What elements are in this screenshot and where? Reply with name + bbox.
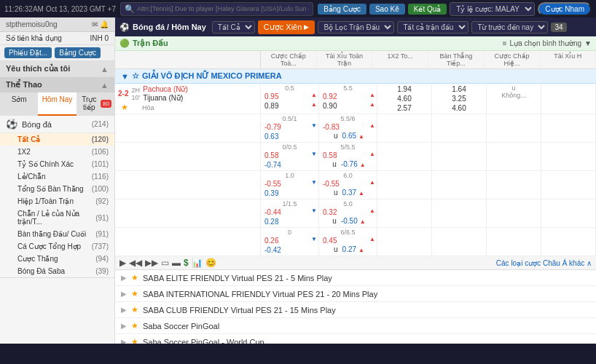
team1-name[interactable]: Pachuca (Nữ) <box>143 85 188 93</box>
search-box[interactable]: 🔍 <box>120 2 313 16</box>
other-empty2 <box>432 228 487 256</box>
sidebar-menu: Tất Cả(120)1X2(106)Tỷ Số Chính Xác(101)L… <box>0 133 114 277</box>
tiep-v1[interactable]: 1.64 <box>434 84 485 94</box>
sport-bongda-count: (214) <box>92 120 109 128</box>
other-tx: 6/6.5 0.45▲ u0.27▲ <box>319 228 377 256</box>
odds-row-main: 0.5 0.95 ▲ 0.89 ▲ <box>261 84 596 114</box>
odds-taixiu-hiep <box>541 84 596 114</box>
ctrl-next[interactable]: ▶▶ <box>145 258 158 268</box>
col-info-spacer <box>115 51 261 68</box>
search-input[interactable] <box>137 5 309 12</box>
tatca-select[interactable]: Tất Cả <box>212 21 255 33</box>
cuoc-xien-button[interactable]: Cược Xiên ▶ <box>258 20 315 34</box>
star-fav[interactable]: ★ <box>121 103 128 111</box>
sidebar-menu-item[interactable]: Hiệp 1/Toàn Trận(92) <box>0 195 114 207</box>
x2-v1[interactable]: 1.94 <box>379 84 430 94</box>
sidebar-menu-item[interactable]: 1X2(106) <box>0 146 114 158</box>
ctrl-chart[interactable]: 📊 <box>192 258 203 268</box>
sidebar-menu-item[interactable]: Cược Thắng(94) <box>0 253 114 265</box>
tab-homnay[interactable]: Hôm Nay <box>38 92 76 116</box>
bottom-list-item[interactable]: ▶ ★ Saba Soccer PinGoal - World Cup <box>115 334 596 344</box>
tx-v2[interactable]: 0.90 <box>321 101 339 111</box>
ctrl-list2[interactable]: ▬ <box>172 258 181 268</box>
ctrl-play[interactable]: ▶ <box>119 258 126 268</box>
x2-v3[interactable]: 2.57 <box>379 103 430 113</box>
sidebar-menu-item[interactable]: Chẵn / Lẻ của Nửa trận/T...(91) <box>0 207 114 228</box>
sidebar-menu-item[interactable]: Tỷ Số Chính Xác(101) <box>0 158 114 170</box>
ctrl-prev[interactable]: ◀◀ <box>129 258 142 268</box>
other-odds-row: 1/1.5 -0.44▼ 0.28 5.0 0.32▲ u-0.50▲ <box>261 199 596 227</box>
tab-tructiep[interactable]: Trực tiếp 80 <box>77 92 114 116</box>
other-empty1 <box>377 199 432 227</box>
bottom-list-item[interactable]: ▶ ★ SABA INTERNATIONAL FRIENDLY Virtual … <box>115 286 596 302</box>
sidebar-menu-item[interactable]: Lẻ/Chẵn(116) <box>0 170 114 183</box>
filter-label: Lựa chọn bình thường <box>510 39 582 47</box>
other-chap: 0/0.5 0.58▼ -0.74 <box>261 143 319 170</box>
list-star[interactable]: ★ <box>131 321 138 331</box>
tab-som[interactable]: Sớm <box>0 92 38 116</box>
other-odds-row: 0.5/1 -0.79▼ 0.63 5.5/6 -0.83▲ u0.65▲ <box>261 114 596 142</box>
phieu-dat-button[interactable]: Phiếu Đặt... <box>4 47 52 58</box>
odds-1x2: 1.94 4.60 2.57 <box>377 84 432 114</box>
khong-label: Không... <box>488 92 539 99</box>
bottom-list-item[interactable]: ▶ ★ SABA ELITE FRIENDLY Virtual PES 21 -… <box>115 270 596 286</box>
tx-v1[interactable]: 0.92 <box>321 92 339 101</box>
odds-selector[interactable]: Tỷ lệ cược: MALAY <box>450 2 535 16</box>
the-thao-header[interactable]: Thể Thao ▲ <box>0 77 114 92</box>
the-thao-label: Thể Thao <box>6 80 42 90</box>
tatca-tran-select[interactable]: Tất cả trận đấu <box>397 21 468 33</box>
main-match-row: 2-2 2H 10' Pachuca (Nữ) Tijuana (Nữ) ★ H… <box>115 84 596 114</box>
ctrl-emoji[interactable]: 😊 <box>205 258 216 268</box>
bottom-list-item[interactable]: ▶ ★ Saba Soccer PinGoal <box>115 318 596 334</box>
sidebar-tabs: Sớm Hôm Nay Trực tiếp 80 <box>0 92 114 116</box>
tiep-v2[interactable]: 3.25 <box>434 94 485 103</box>
list-arrow: ▶ <box>121 322 127 330</box>
soccer-icon: ⚽ <box>6 119 17 130</box>
sidebar-menu-item[interactable]: Tổng Số Bàn Thắng(100) <box>0 183 114 195</box>
tutruc-select[interactable]: Từ trước đến nay <box>471 21 548 33</box>
team2-name[interactable]: Tijuana (Nữ) <box>143 94 188 102</box>
tiep-v3[interactable]: 4.60 <box>434 103 485 113</box>
x2-v2[interactable]: 4.60 <box>379 94 430 103</box>
star-icon[interactable]: ☆ <box>132 71 139 81</box>
sidebar-menu-item[interactable]: Cá Cược Tổng Hợp(737) <box>0 240 114 253</box>
odds-chap: 0.5 0.95 ▲ 0.89 ▲ <box>261 84 319 114</box>
sidebar-balance: Số tiền khả dụng INH 0 <box>0 32 114 45</box>
odds-header: 🟢 Trận Đấu ≡ Lựa chọn bình thường ▼ <box>115 36 596 51</box>
col-headers-container: Cược Chấp Toà...Tài Xỉu Toàn Trận1X2 To.… <box>261 51 596 68</box>
list-label: SABA ELITE FRIENDLY Virtual PES 21 - 5 M… <box>143 274 332 282</box>
odds-header-right: ≡ Lựa chọn bình thường ▼ <box>503 39 592 47</box>
list-star[interactable]: ★ <box>131 289 138 298</box>
ctrl-dollar[interactable]: $ <box>184 258 189 268</box>
list-arrow: ▶ <box>121 274 127 282</box>
ketqua-button[interactable]: Kết Quả <box>408 4 447 15</box>
list-star[interactable]: ★ <box>131 273 138 282</box>
sidebar-menu-item[interactable]: Bóng Đá Saba(39) <box>0 265 114 277</box>
expand-arrow[interactable]: ▼ <box>121 72 129 81</box>
chap-v1[interactable]: 0.95 <box>262 92 281 101</box>
chap-v2[interactable]: 0.89 <box>262 101 281 111</box>
other-match-row: 0 0.26▼ -0.42 6/6.5 0.45▲ u0.27▲ <box>115 228 596 256</box>
bang-cuoc-button[interactable]: Bảng Cược <box>55 47 101 58</box>
yeu-thich-header[interactable]: Yêu thích của tôi ▲ <box>0 61 114 76</box>
match-time2: 10' <box>131 94 140 101</box>
bottom-list-item[interactable]: ▶ ★ SABA CLUB FRIENDLY Virtual PES 21 - … <box>115 302 596 318</box>
other-match-info <box>115 114 261 142</box>
sidebar-menu-item[interactable]: Tất Cả(120) <box>0 133 114 146</box>
more-odds-label[interactable]: Các loại cược Châu Á khác ∧ <box>496 259 592 267</box>
list-label: SABA INTERNATIONAL FRIENDLY Virtual PES … <box>143 290 377 298</box>
sidebar-menu-item[interactable]: Bàn thắng Đầu/ Cuối(91) <box>0 228 114 240</box>
sidebar-icons: ✉ 🔔 <box>92 20 109 28</box>
ctrl-list1[interactable]: ▭ <box>161 258 169 268</box>
column-header: Cược Chấp Hiệ... <box>485 51 541 68</box>
balance-label: Số tiền khả dụng <box>6 34 62 42</box>
list-star[interactable]: ★ <box>131 337 138 344</box>
other-match-row: 0.5/1 -0.79▼ 0.63 5.5/6 -0.83▲ u0.65▲ <box>115 114 596 143</box>
boloc-select[interactable]: Bộ Lọc Trận Đấu <box>318 21 394 33</box>
bangcuoc-button[interactable]: Bảng Cược <box>318 4 366 15</box>
saoke-button[interactable]: Sao Kê <box>369 4 405 15</box>
cuoc-nham-toggle[interactable]: Cược Nham <box>538 2 592 16</box>
list-star[interactable]: ★ <box>131 305 138 314</box>
sidebar-sport-bongda[interactable]: ⚽ Bóng đá (214) <box>0 116 114 133</box>
content-nav-bar: ⚽ Bóng đá / Hôm Nay Tất Cả Cược Xiên ▶ B… <box>115 17 596 36</box>
